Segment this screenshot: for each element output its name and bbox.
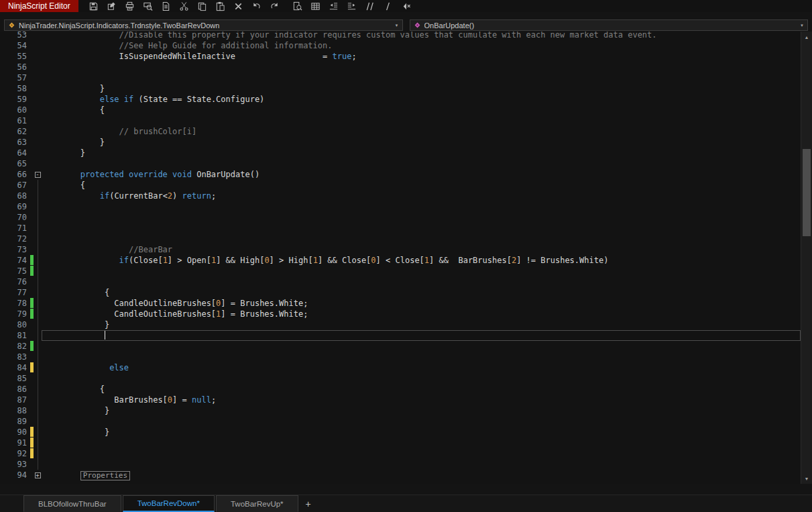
code-line[interactable]: 60 { bbox=[0, 105, 801, 115]
code-line[interactable]: 80 } bbox=[0, 319, 801, 330]
delete-icon[interactable] bbox=[233, 1, 244, 11]
code-line[interactable]: 72 bbox=[0, 234, 801, 244]
type-dropdown[interactable]: NinjaTrader.NinjaScript.Indicators.Trdns… bbox=[4, 19, 403, 31]
member-dropdown[interactable]: OnBarUpdate() ▼ bbox=[410, 19, 809, 31]
code-text[interactable]: BarBrushes[0] = null; bbox=[42, 395, 801, 405]
copy-icon[interactable] bbox=[197, 1, 208, 11]
code-text[interactable]: //Disable this property if your indicato… bbox=[42, 32, 801, 40]
code-line[interactable]: 81 bbox=[0, 330, 801, 341]
cut-icon[interactable] bbox=[179, 1, 190, 11]
code-text[interactable]: { bbox=[42, 105, 801, 115]
code-text[interactable]: CandleOutlineBrushes[1] = Brushes.White; bbox=[42, 309, 801, 319]
collapse-region-button[interactable]: - bbox=[35, 172, 41, 178]
code-line[interactable]: 57 bbox=[0, 72, 801, 83]
expand-region-button[interactable]: + bbox=[35, 472, 41, 478]
code-text[interactable] bbox=[42, 448, 801, 459]
code-text[interactable] bbox=[42, 201, 801, 212]
code-text[interactable]: CandleOutlineBrushes[0] = Brushes.White; bbox=[42, 298, 801, 309]
code-line[interactable]: 69 bbox=[0, 201, 801, 212]
code-text[interactable] bbox=[42, 62, 801, 72]
code-text[interactable]: } bbox=[42, 319, 801, 330]
code-line[interactable]: 88 } bbox=[0, 405, 801, 416]
code-line[interactable]: 82 bbox=[0, 341, 801, 352]
code-line[interactable]: 89 bbox=[0, 416, 801, 427]
code-line[interactable]: 56 bbox=[0, 62, 801, 72]
code-text[interactable] bbox=[42, 416, 801, 427]
comment-selection-icon[interactable] bbox=[365, 1, 375, 11]
code-line[interactable]: 53 //Disable this property if your indic… bbox=[0, 32, 801, 40]
code-line[interactable]: 93 bbox=[0, 459, 801, 470]
code-line[interactable]: 59 else if (State == State.Configure) bbox=[0, 94, 801, 105]
code-text[interactable] bbox=[42, 234, 801, 244]
scrollbar-thumb[interactable] bbox=[803, 149, 811, 236]
code-text[interactable] bbox=[42, 341, 801, 352]
code-line[interactable]: 54 //See Help Guide for additional infor… bbox=[0, 40, 801, 51]
code-line[interactable]: 62 // brushColor[i] bbox=[0, 126, 801, 137]
code-text[interactable]: } bbox=[42, 405, 801, 416]
code-line[interactable]: 55 IsSuspendedWhileInactive = true; bbox=[0, 51, 801, 62]
save-as-icon[interactable] bbox=[107, 1, 117, 11]
code-line[interactable]: 86 { bbox=[0, 384, 801, 395]
code-text[interactable]: } bbox=[42, 83, 801, 94]
code-text[interactable]: } bbox=[42, 148, 801, 158]
code-line[interactable]: 83 bbox=[0, 352, 801, 362]
tab-blbofollowthrubar[interactable]: BLBOfollowThruBar bbox=[23, 495, 121, 512]
code-line[interactable]: 61 bbox=[0, 115, 801, 126]
save-icon[interactable] bbox=[89, 1, 99, 11]
redo-icon[interactable] bbox=[270, 1, 280, 11]
code-text[interactable]: } bbox=[42, 137, 801, 148]
code-line[interactable]: 67 { bbox=[0, 180, 801, 191]
code-text[interactable]: else if (State == State.Configure) bbox=[42, 94, 801, 105]
code-text[interactable]: if(Close[1] > Open[1] && High[0] > High[… bbox=[42, 255, 801, 266]
code-line[interactable]: 65 bbox=[0, 158, 801, 169]
code-text[interactable]: IsSuspendedWhileInactive = true; bbox=[42, 51, 801, 62]
code-line[interactable]: 94+ Properties bbox=[0, 470, 801, 480]
collapsed-region-box[interactable]: Properties bbox=[80, 471, 130, 480]
uncomment-selection-icon[interactable] bbox=[383, 1, 394, 11]
code-text[interactable]: } bbox=[42, 427, 801, 438]
code-line[interactable]: 64 } bbox=[0, 148, 801, 158]
code-text[interactable]: { bbox=[42, 287, 801, 298]
tab-twobarrevup[interactable]: TwoBarRevUp* bbox=[216, 495, 298, 512]
decrease-indent-icon[interactable] bbox=[329, 1, 339, 11]
code-line[interactable]: 84 else bbox=[0, 362, 801, 373]
code-line[interactable]: 85 bbox=[0, 373, 801, 384]
code-text[interactable]: //BearBar bbox=[42, 244, 801, 255]
code-text[interactable] bbox=[42, 212, 801, 223]
code-text[interactable] bbox=[42, 352, 801, 362]
page-setup-icon[interactable] bbox=[161, 1, 172, 11]
find-in-document-icon[interactable] bbox=[292, 1, 303, 11]
code-line[interactable]: 79 CandleOutlineBrushes[1] = Brushes.Whi… bbox=[0, 309, 801, 319]
print-preview-icon[interactable] bbox=[143, 1, 154, 11]
code-text[interactable] bbox=[42, 438, 801, 448]
code-text[interactable] bbox=[42, 223, 801, 234]
code-text[interactable] bbox=[42, 330, 801, 341]
code-text[interactable]: { bbox=[42, 180, 801, 191]
code-text[interactable]: else bbox=[42, 362, 801, 373]
code-line[interactable]: 63 } bbox=[0, 137, 801, 148]
scroll-up-button[interactable]: ▲ bbox=[801, 32, 812, 42]
code-text[interactable]: protected override void OnBarUpdate() bbox=[42, 169, 801, 180]
code-text[interactable]: // brushColor[i] bbox=[42, 126, 801, 137]
code-text[interactable] bbox=[42, 158, 801, 169]
code-text[interactable]: //See Help Guide for additional informat… bbox=[42, 40, 801, 51]
code-editor[interactable]: 53 //Disable this property if your indic… bbox=[0, 32, 812, 484]
code-text[interactable]: if(CurrentBar<2) return; bbox=[42, 191, 801, 201]
code-text[interactable] bbox=[42, 373, 801, 384]
code-line[interactable]: 90 } bbox=[0, 427, 801, 438]
code-text[interactable] bbox=[42, 276, 801, 287]
code-line[interactable]: 78 CandleOutlineBrushes[0] = Brushes.Whi… bbox=[0, 298, 801, 309]
code-text[interactable] bbox=[42, 266, 801, 276]
code-line[interactable]: 58 } bbox=[0, 83, 801, 94]
code-line[interactable]: 74 if(Close[1] > Open[1] && High[0] > Hi… bbox=[0, 255, 801, 266]
compile-icon[interactable] bbox=[401, 1, 412, 11]
new-tab-button[interactable]: + bbox=[300, 495, 317, 512]
vertical-scrollbar[interactable]: ▲ ▼ bbox=[801, 32, 812, 484]
tab-twobarrevdown[interactable]: TwoBarRevDown* bbox=[123, 495, 215, 512]
code-line[interactable]: 73 //BearBar bbox=[0, 244, 801, 255]
code-text[interactable]: Properties bbox=[42, 470, 801, 480]
code-line[interactable]: 77 { bbox=[0, 287, 801, 298]
code-text[interactable] bbox=[42, 459, 801, 470]
code-line[interactable]: 71 bbox=[0, 223, 801, 234]
code-text[interactable]: { bbox=[42, 384, 801, 395]
